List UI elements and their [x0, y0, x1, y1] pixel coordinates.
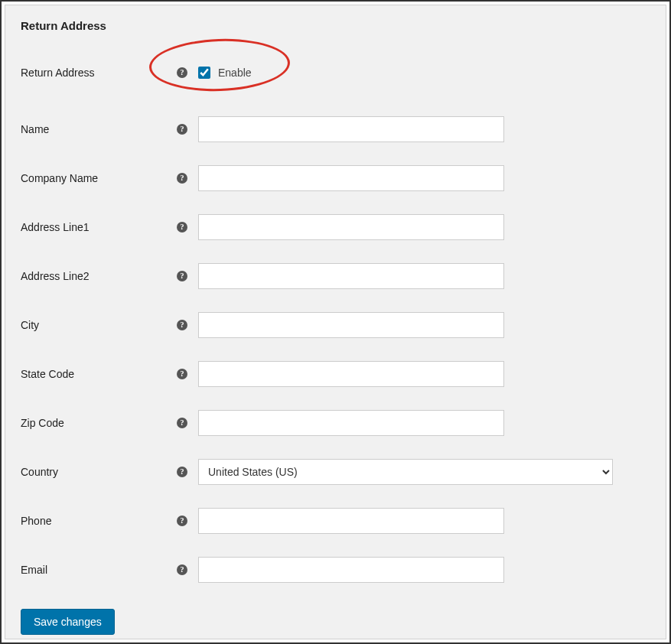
- help-col-zip-code: ?: [177, 418, 198, 428]
- field-col-state-code: [198, 361, 504, 387]
- help-col-email: ?: [177, 564, 198, 575]
- field-col-country: United States (US): [198, 459, 613, 485]
- help-icon[interactable]: ?: [177, 271, 187, 281]
- help-col-phone: ?: [177, 516, 198, 526]
- help-icon[interactable]: ?: [177, 124, 187, 135]
- help-icon[interactable]: ?: [177, 320, 187, 330]
- name-input[interactable]: [198, 116, 504, 142]
- field-col-phone: [198, 508, 504, 534]
- row-phone: Phone ?: [21, 508, 650, 534]
- label-address-line1: Address Line1: [21, 221, 177, 233]
- help-col-country: ?: [177, 467, 198, 477]
- label-country: Country: [21, 466, 177, 478]
- label-zip-code: Zip Code: [21, 417, 177, 429]
- label-return-address: Return Address: [21, 67, 177, 79]
- help-col-address-line1: ?: [177, 222, 198, 233]
- field-col-city: [198, 312, 504, 338]
- row-email: Email ?: [21, 557, 650, 583]
- help-icon[interactable]: ?: [177, 467, 187, 477]
- row-company-name: Company Name ?: [21, 165, 650, 191]
- row-zip-code: Zip Code ?: [21, 410, 650, 436]
- section-title: Return Address: [21, 19, 650, 32]
- country-select[interactable]: United States (US): [198, 459, 613, 485]
- field-col-company-name: [198, 165, 504, 191]
- enable-checkbox[interactable]: [198, 67, 210, 79]
- field-col-enable: Enable: [198, 67, 252, 79]
- row-country: Country ? United States (US): [21, 459, 650, 485]
- help-col-return-address: ?: [177, 67, 198, 78]
- email-input[interactable]: [198, 557, 504, 583]
- save-changes-button[interactable]: Save changes: [21, 609, 115, 635]
- row-city: City ?: [21, 312, 650, 338]
- field-col-address-line1: [198, 214, 504, 240]
- row-address-line1: Address Line1 ?: [21, 214, 650, 240]
- zip-code-input[interactable]: [198, 410, 504, 436]
- address-line1-input[interactable]: [198, 214, 504, 240]
- help-col-state-code: ?: [177, 369, 198, 379]
- enable-checkbox-wrap[interactable]: Enable: [198, 67, 252, 79]
- help-col-address-line2: ?: [177, 271, 198, 281]
- phone-input[interactable]: [198, 508, 504, 534]
- outer-frame: Return Address Return Address ? Enable N…: [0, 0, 671, 644]
- label-name: Name: [21, 123, 177, 135]
- help-icon[interactable]: ?: [177, 67, 187, 78]
- help-icon[interactable]: ?: [177, 418, 187, 428]
- settings-panel: Return Address Return Address ? Enable N…: [5, 5, 666, 639]
- help-icon[interactable]: ?: [177, 369, 187, 379]
- field-col-name: [198, 116, 504, 142]
- label-company-name: Company Name: [21, 172, 177, 184]
- label-phone: Phone: [21, 515, 177, 527]
- help-col-city: ?: [177, 320, 198, 330]
- label-email: Email: [21, 564, 177, 576]
- help-col-name: ?: [177, 124, 198, 135]
- city-input[interactable]: [198, 312, 504, 338]
- label-city: City: [21, 319, 177, 331]
- help-icon[interactable]: ?: [177, 564, 187, 575]
- address-line2-input[interactable]: [198, 263, 504, 289]
- help-icon[interactable]: ?: [177, 173, 187, 184]
- help-icon[interactable]: ?: [177, 516, 187, 526]
- company-name-input[interactable]: [198, 165, 504, 191]
- row-return-address: Return Address ? Enable: [21, 60, 650, 86]
- row-name: Name ?: [21, 116, 650, 142]
- row-address-line2: Address Line2 ?: [21, 263, 650, 289]
- row-state-code: State Code ?: [21, 361, 650, 387]
- field-col-zip-code: [198, 410, 504, 436]
- state-code-input[interactable]: [198, 361, 504, 387]
- field-col-address-line2: [198, 263, 504, 289]
- help-icon[interactable]: ?: [177, 222, 187, 233]
- help-col-company-name: ?: [177, 173, 198, 184]
- label-address-line2: Address Line2: [21, 270, 177, 282]
- field-col-email: [198, 557, 504, 583]
- label-state-code: State Code: [21, 368, 177, 380]
- enable-checkbox-label: Enable: [218, 67, 252, 79]
